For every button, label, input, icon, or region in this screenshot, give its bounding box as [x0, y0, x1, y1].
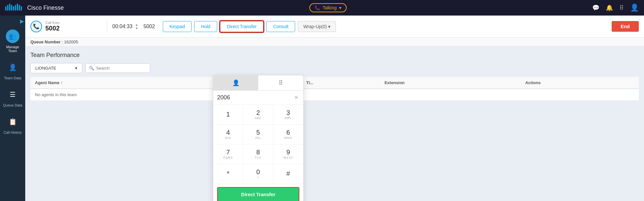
top-nav: Cisco Finesse 📞 Talking ▾ 💬 🔔 ⠿ 👤: [0, 0, 644, 16]
nav-arrow: ▶: [20, 18, 24, 24]
call-bar: 📞 Call from 5002 00:04:33 ▲▼ 5002 Keypad…: [25, 16, 644, 38]
sidebar-item-queue-data[interactable]: ☰ Queue Data: [0, 84, 25, 111]
sidebar-item-call-history[interactable]: 📋 Call History: [0, 111, 25, 138]
svg-rect-0: [5, 6, 6, 11]
queue-label: Queue Number: [30, 39, 61, 44]
end-call-button[interactable]: End: [612, 21, 639, 32]
keypad-tabs: 👤 ⠿: [213, 75, 303, 91]
key-6[interactable]: 6 MNO: [273, 125, 303, 144]
sidebar-item-manage-team[interactable]: 👥 Manage Team: [0, 26, 25, 57]
key-7[interactable]: 7 PQRS: [213, 144, 243, 164]
sidebar-label-queue-data: Queue Data: [3, 103, 22, 107]
chat-icon[interactable]: 💬: [592, 4, 599, 11]
app-title: Cisco Finesse: [27, 5, 64, 11]
keypad-number-input[interactable]: [217, 94, 292, 101]
call-from-label: Call from: [45, 21, 60, 25]
key-0[interactable]: 0 +: [243, 164, 273, 184]
team-panel: Team Performance LIONGATE ▾ 🔍 Agent Name…: [25, 47, 644, 201]
dialpad-icon: ⠿: [279, 79, 283, 86]
content-area: 📞 Call from 5002 00:04:33 ▲▼ 5002 Keypad…: [25, 16, 644, 201]
call-divider: [107, 20, 107, 33]
keypad-button[interactable]: Keypad: [163, 21, 192, 32]
keypad-direct-transfer-button[interactable]: Direct Transfer: [217, 187, 299, 201]
contacts-icon: 👤: [232, 79, 239, 86]
col-agent-name: Agent Name ↑: [30, 77, 208, 89]
sidebar: ▶ 👥 Manage Team 👤 Team Data ☰ Queue Data…: [0, 16, 25, 201]
team-select[interactable]: LIONGATE ▾: [30, 63, 82, 73]
search-icon: 🔍: [89, 66, 94, 71]
sidebar-item-team-data[interactable]: 👤 Team Data: [0, 57, 25, 84]
keypad-clear-button[interactable]: ✕: [292, 94, 300, 101]
svg-rect-5: [15, 5, 16, 11]
bell-icon[interactable]: 🔔: [606, 4, 613, 11]
keypad-grid: 1 2 ABC 3 DEF 4 GHI: [213, 105, 303, 184]
key-hash[interactable]: #: [273, 164, 303, 184]
team-select-value: LIONGATE: [35, 66, 56, 71]
queue-data-icon: ☰: [10, 91, 16, 98]
wrapup-label: Wrap-Up(0): [303, 24, 327, 29]
keypad-tab-contacts[interactable]: 👤: [213, 75, 258, 90]
queue-bar: Queue Number : 162005: [25, 38, 644, 47]
wrapup-chevron: ▾: [328, 24, 330, 29]
call-phone-icon: 📞: [30, 21, 42, 32]
status-label: Talking: [323, 5, 337, 10]
team-performance-title: Team Performance: [30, 52, 639, 59]
main-layout: ▶ 👥 Manage Team 👤 Team Data ☰ Queue Data…: [0, 16, 644, 201]
no-agents-text: No agents in this team: [30, 89, 639, 101]
key-1[interactable]: 1: [213, 105, 243, 125]
call-info: 📞 Call from 5002: [30, 21, 102, 32]
svg-rect-1: [7, 5, 8, 11]
key-3[interactable]: 3 DEF: [273, 105, 303, 125]
sort-icon[interactable]: ↑: [61, 80, 63, 85]
queue-value: 162005: [64, 39, 78, 44]
key-9[interactable]: 9 WXYZ: [273, 144, 303, 164]
team-controls: LIONGATE ▾ 🔍: [30, 63, 639, 73]
team-select-chevron: ▾: [75, 66, 77, 71]
direct-transfer-button[interactable]: Direct Transfer: [220, 21, 264, 32]
cisco-logo: Cisco Finesse: [5, 3, 64, 13]
call-history-icon: 📋: [9, 118, 17, 126]
sidebar-label-team-data: Team Data: [4, 76, 21, 80]
hold-button[interactable]: Hold: [194, 21, 217, 32]
grid-icon[interactable]: ⠿: [619, 4, 624, 11]
key-4[interactable]: 4 GHI: [213, 125, 243, 144]
phone-icon: 📞: [315, 5, 320, 10]
consult-button[interactable]: Consult: [266, 21, 295, 32]
call-text: Call from 5002: [45, 21, 60, 32]
svg-rect-4: [13, 6, 14, 11]
sidebar-label-manage-team: Manage Team: [3, 45, 23, 53]
agents-table: Agent Name ↑ State Ti... Extension Actio…: [30, 77, 639, 101]
keypad-input-row: ✕: [213, 91, 303, 105]
keypad-popup: 👤 ⠿ ✕ 1 2 ABC: [213, 75, 304, 201]
keypad-tab-dialpad[interactable]: ⠿: [258, 75, 303, 90]
call-from-number: 5002: [45, 25, 60, 32]
col-actions: Actions: [521, 77, 639, 89]
key-2[interactable]: 2 ABC: [243, 105, 273, 125]
col-time: Ti...: [302, 77, 380, 89]
key-8[interactable]: 8 TUV: [243, 144, 273, 164]
sidebar-label-call-history: Call History: [4, 130, 22, 134]
queue-separator: :: [62, 39, 64, 44]
user-avatar[interactable]: 👤: [630, 4, 639, 12]
search-input[interactable]: [96, 66, 145, 71]
chevron-down-icon: ▾: [339, 5, 341, 10]
manage-team-icon: 👥: [9, 32, 17, 40]
cisco-logo-icon: [5, 3, 22, 13]
svg-rect-3: [11, 5, 12, 11]
status-pill[interactable]: 📞 Talking ▾: [309, 3, 347, 12]
svg-rect-6: [17, 4, 18, 11]
call-timer-area: 00:04:33 ▲▼ 5002: [112, 23, 155, 30]
timer-arrows[interactable]: ▲▼: [135, 23, 138, 30]
call-extension: 5002: [143, 24, 155, 29]
wrapup-button[interactable]: Wrap-Up(0) ▾: [298, 21, 336, 32]
svg-rect-2: [9, 4, 10, 11]
top-right-icons: 💬 🔔 ⠿ 👤: [592, 4, 639, 12]
col-extension: Extension: [380, 77, 521, 89]
svg-rect-7: [19, 5, 20, 11]
call-actions: Keypad Hold Direct Transfer Consult Wrap…: [163, 21, 336, 32]
call-timer: 00:04:33: [112, 24, 132, 29]
key-5[interactable]: 5 JKL: [243, 125, 273, 144]
team-data-icon: 👤: [9, 63, 17, 71]
key-star[interactable]: *: [213, 164, 243, 184]
search-box[interactable]: 🔍: [85, 63, 150, 73]
